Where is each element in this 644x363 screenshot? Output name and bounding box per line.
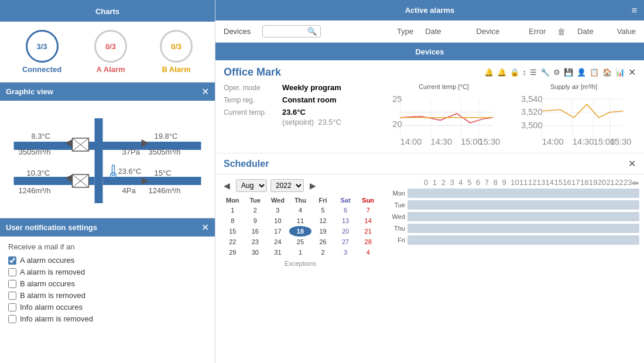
cal-day-16[interactable]: 16: [244, 226, 267, 237]
device-icons: 🔔 🔔 🔒 ↕ ☰ 🔧 ⚙ 💾 👤 📋 🏠 📊 ✕: [484, 67, 636, 78]
notification-close[interactable]: ✕: [201, 222, 209, 233]
menu-icon[interactable]: ≡: [632, 5, 637, 16]
notification-item-0: A alarm occures: [8, 256, 207, 265]
b-alarm-label: BAlarm: [162, 65, 190, 74]
sched-bar-mon[interactable]: [407, 189, 639, 198]
search-box[interactable]: 🔍: [262, 25, 321, 37]
cal-day-19[interactable]: 19: [311, 226, 334, 237]
trash-icon[interactable]: 🗑: [557, 27, 566, 36]
cal-day-21[interactable]: 21: [357, 226, 379, 237]
sched-bar-wed[interactable]: [407, 212, 639, 221]
cal-day-27[interactable]: 27: [334, 237, 357, 247]
cal-day-11[interactable]: 11: [289, 215, 312, 226]
cal-day-2[interactable]: 2: [311, 247, 334, 258]
cal-prev-btn[interactable]: ◀: [221, 181, 232, 190]
notification-title: User notification settings: [6, 223, 97, 232]
sched-day-tue: Tue: [390, 201, 405, 208]
lock-icon[interactable]: 🔒: [510, 68, 519, 77]
cal-day-31[interactable]: 31: [266, 247, 289, 258]
sched-day-mon: Mon: [390, 190, 405, 197]
sched-bar-thu[interactable]: [407, 224, 639, 233]
cal-day-29[interactable]: 29: [221, 247, 244, 258]
sched-bar-fri[interactable]: [407, 235, 639, 245]
sched-bar-tue[interactable]: [407, 200, 639, 210]
cal-day-5[interactable]: 5: [311, 205, 334, 215]
svg-text:1246m³/h: 1246m³/h: [149, 186, 181, 195]
cal-day-17[interactable]: 17: [266, 226, 289, 237]
notification-content: Receive a mail if an A alarm occuresA al…: [0, 237, 215, 332]
setpoint-label: (setpoint): [282, 118, 314, 126]
cal-day-4[interactable]: 4: [357, 247, 379, 258]
cal-day-23[interactable]: 23: [244, 237, 267, 247]
oper-mode-label: Oper. mode: [224, 84, 282, 92]
notification-item-5: Info alarm is removed: [8, 314, 207, 323]
year-select[interactable]: 2020202120222023: [270, 179, 304, 192]
cal-day-18[interactable]: 18: [289, 226, 312, 237]
hdd-icon[interactable]: 💾: [564, 68, 573, 77]
cal-day-26[interactable]: 26: [311, 237, 334, 247]
cal-day-8[interactable]: 8: [221, 215, 244, 226]
home-icon[interactable]: 🏠: [602, 68, 612, 77]
cal-day-25[interactable]: 25: [289, 237, 312, 247]
cal-day-2[interactable]: 2: [244, 205, 267, 215]
cal-day-1[interactable]: 1: [221, 205, 244, 215]
cal-day-1[interactable]: 1: [289, 247, 312, 258]
cal-day-3[interactable]: 3: [266, 205, 289, 215]
calendar-grid: MonTueWedThuFriSatSun 123456789101112131…: [221, 196, 379, 258]
charts-header: Charts: [0, 0, 215, 22]
device-close-btn[interactable]: ✕: [628, 67, 636, 78]
notification-header: User notification settings ✕: [0, 218, 215, 237]
calendar-nav: ◀ JanFebMarAprMayJunJulAugSepOctNovDec 2…: [221, 179, 379, 192]
arrows-icon[interactable]: ↕: [523, 68, 527, 77]
col-date2: Date: [577, 27, 593, 36]
charts-area: Current temp [°C] 25 20 14:00 14:30 15: [382, 83, 636, 147]
cal-day-10[interactable]: 10: [266, 215, 289, 226]
b-alarm-badge: 0/3: [160, 30, 193, 63]
wrench-icon[interactable]: 🔧: [540, 68, 550, 77]
person-icon[interactable]: 👤: [577, 68, 586, 77]
notification-checkbox-0[interactable]: [8, 256, 16, 265]
device-info: Oper. mode Weekly program Temp reg. Cons…: [224, 83, 376, 147]
temp-chart-title: Current temp [°C]: [382, 83, 506, 90]
cal-day-4[interactable]: 4: [289, 205, 312, 215]
cal-day-14[interactable]: 14: [357, 215, 379, 226]
bar-chart-icon[interactable]: 📊: [615, 68, 625, 77]
cal-day-13[interactable]: 13: [334, 215, 357, 226]
cal-day-24[interactable]: 24: [266, 237, 289, 247]
cal-next-btn[interactable]: ▶: [307, 181, 318, 190]
cal-day-6[interactable]: 6: [334, 205, 357, 215]
b-alarm-status: 0/3 BAlarm: [160, 30, 193, 74]
cal-day-20[interactable]: 20: [334, 226, 357, 237]
graphic-view-close[interactable]: ✕: [201, 86, 209, 97]
sched-row-wed: Wed: [390, 212, 639, 221]
month-select[interactable]: JanFebMarAprMayJunJulAugSepOctNovDec: [236, 179, 267, 192]
col-value: Value: [617, 27, 636, 36]
cal-day-28[interactable]: 28: [357, 237, 379, 247]
notification-checkbox-4[interactable]: [8, 303, 16, 311]
cal-day-12[interactable]: 12: [311, 215, 334, 226]
scheduler-close[interactable]: ✕: [628, 158, 636, 169]
connected-badge: 3/3: [26, 30, 59, 63]
list-icon[interactable]: ☰: [530, 68, 537, 77]
notification-checkbox-3[interactable]: [8, 292, 16, 300]
temp-chart: Current temp [°C] 25 20 14:00 14:30 15: [382, 83, 506, 147]
cal-day-30[interactable]: 30: [244, 247, 267, 258]
search-input[interactable]: [266, 28, 307, 36]
cal-day-22[interactable]: 22: [221, 237, 244, 247]
notification-label-1: A alarm is removed: [20, 268, 85, 276]
notification-checkbox-1[interactable]: [8, 268, 16, 276]
cal-day-9[interactable]: 9: [244, 215, 267, 226]
cal-day-7[interactable]: 7: [357, 205, 379, 215]
cal-day-15[interactable]: 15: [221, 226, 244, 237]
sliders-icon[interactable]: ⚙: [553, 68, 560, 77]
setpoint-value: 23.5°C: [318, 118, 341, 126]
bell-yellow-icon[interactable]: 🔔: [497, 68, 506, 77]
sched-day-wed: Wed: [390, 213, 405, 220]
sched-day-thu: Thu: [390, 225, 405, 232]
notification-checkbox-5[interactable]: [8, 315, 16, 323]
cal-day-3[interactable]: 3: [334, 247, 357, 258]
bell-icon[interactable]: 🔔: [484, 68, 494, 77]
clipboard-icon[interactable]: 📋: [590, 68, 599, 77]
notification-checkbox-2[interactable]: [8, 280, 16, 288]
schedule-edit-btn[interactable]: ✏: [632, 179, 639, 188]
